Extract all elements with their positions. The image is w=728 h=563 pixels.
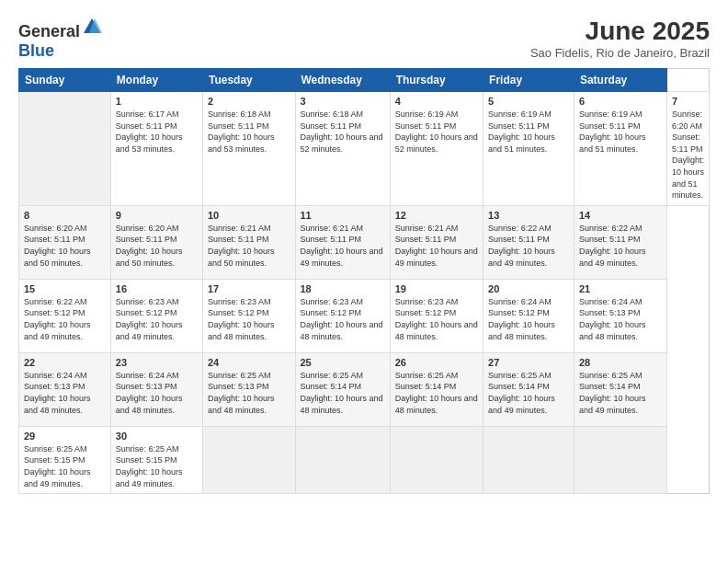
day-number: 9 <box>116 210 198 221</box>
table-row: 16Sunrise: 6:23 AMSunset: 5:12 PMDayligh… <box>110 279 202 352</box>
table-row: 19Sunrise: 6:23 AMSunset: 5:12 PMDayligh… <box>390 279 483 352</box>
header: General Blue June 2025 Sao Fidelis, Rio … <box>18 17 710 61</box>
day-number: 22 <box>24 357 106 368</box>
day-number: 5 <box>488 96 569 107</box>
day-info: Sunrise: 6:25 AMSunset: 5:14 PMDaylight:… <box>301 371 383 415</box>
day-number: 17 <box>208 283 290 294</box>
day-info: Sunrise: 6:23 AMSunset: 5:12 PMDaylight:… <box>116 297 183 341</box>
table-row: 12Sunrise: 6:21 AMSunset: 5:11 PMDayligh… <box>390 205 483 279</box>
table-row <box>295 426 390 493</box>
table-row <box>390 426 483 493</box>
day-info: Sunrise: 6:25 AMSunset: 5:14 PMDaylight:… <box>579 371 646 415</box>
day-number: 11 <box>301 210 385 221</box>
calendar-table: Sunday Monday Tuesday Wednesday Thursday… <box>18 68 710 494</box>
logo: General Blue <box>18 17 102 61</box>
table-row: 30Sunrise: 6:25 AMSunset: 5:15 PMDayligh… <box>110 426 202 493</box>
logo-general: General <box>18 22 80 40</box>
day-number: 4 <box>395 96 478 107</box>
table-row: 20Sunrise: 6:24 AMSunset: 5:12 PMDayligh… <box>483 279 574 352</box>
day-number: 18 <box>301 283 385 294</box>
table-row: 2Sunrise: 6:18 AMSunset: 5:11 PMDaylight… <box>203 92 296 206</box>
day-info: Sunrise: 6:24 AMSunset: 5:12 PMDaylight:… <box>488 297 555 341</box>
table-row: 23Sunrise: 6:24 AMSunset: 5:13 PMDayligh… <box>110 352 202 426</box>
day-number: 15 <box>24 283 106 294</box>
month-title: June 2025 <box>530 17 710 46</box>
day-number: 20 <box>488 283 569 294</box>
page: General Blue June 2025 Sao Fidelis, Rio … <box>0 0 728 563</box>
table-row: 21Sunrise: 6:24 AMSunset: 5:13 PMDayligh… <box>574 279 666 352</box>
day-number: 30 <box>116 431 198 442</box>
table-row: 11Sunrise: 6:21 AMSunset: 5:11 PMDayligh… <box>295 205 390 279</box>
table-row <box>483 426 574 493</box>
day-info: Sunrise: 6:20 AMSunset: 5:11 PMDaylight:… <box>24 224 91 268</box>
table-row: 28Sunrise: 6:25 AMSunset: 5:14 PMDayligh… <box>574 352 666 426</box>
col-friday: Friday <box>483 69 574 92</box>
table-row: 24Sunrise: 6:25 AMSunset: 5:13 PMDayligh… <box>203 352 296 426</box>
day-number: 3 <box>301 96 385 107</box>
day-number: 28 <box>579 357 662 368</box>
day-number: 8 <box>24 210 106 221</box>
day-number: 21 <box>579 283 662 294</box>
calendar-body: 1Sunrise: 6:17 AMSunset: 5:11 PMDaylight… <box>19 92 710 494</box>
title-area: June 2025 Sao Fidelis, Rio de Janeiro, B… <box>530 17 710 60</box>
table-row: 18Sunrise: 6:23 AMSunset: 5:12 PMDayligh… <box>295 279 390 352</box>
table-row: 10Sunrise: 6:21 AMSunset: 5:11 PMDayligh… <box>203 205 296 279</box>
day-info: Sunrise: 6:25 AMSunset: 5:13 PMDaylight:… <box>208 371 275 415</box>
table-row <box>19 92 111 206</box>
day-number: 1 <box>116 96 198 107</box>
table-row: 5Sunrise: 6:19 AMSunset: 5:11 PMDaylight… <box>483 92 574 206</box>
table-row: 29Sunrise: 6:25 AMSunset: 5:15 PMDayligh… <box>19 426 111 493</box>
day-number: 2 <box>208 96 290 107</box>
day-info: Sunrise: 6:20 AMSunset: 5:11 PMDaylight:… <box>116 224 183 268</box>
table-row: 4Sunrise: 6:19 AMSunset: 5:11 PMDaylight… <box>390 92 483 206</box>
day-number: 6 <box>579 96 662 107</box>
col-tuesday: Tuesday <box>203 69 296 92</box>
day-number: 23 <box>116 357 198 368</box>
day-number: 25 <box>301 357 385 368</box>
day-info: Sunrise: 6:17 AMSunset: 5:11 PMDaylight:… <box>116 109 183 154</box>
day-info: Sunrise: 6:19 AMSunset: 5:11 PMDaylight:… <box>579 109 646 154</box>
table-row: 22Sunrise: 6:24 AMSunset: 5:13 PMDayligh… <box>19 352 111 426</box>
logo-blue: Blue <box>18 41 54 60</box>
day-info: Sunrise: 6:22 AMSunset: 5:12 PMDaylight:… <box>24 297 91 341</box>
day-number: 12 <box>395 210 478 221</box>
day-info: Sunrise: 6:25 AMSunset: 5:14 PMDaylight:… <box>395 371 478 415</box>
col-saturday: Saturday <box>574 69 666 92</box>
day-info: Sunrise: 6:23 AMSunset: 5:12 PMDaylight:… <box>395 297 478 341</box>
day-number: 16 <box>116 283 198 294</box>
table-row: 6Sunrise: 6:19 AMSunset: 5:11 PMDaylight… <box>574 92 666 206</box>
day-info: Sunrise: 6:21 AMSunset: 5:11 PMDaylight:… <box>208 224 275 268</box>
table-row <box>203 426 296 493</box>
day-info: Sunrise: 6:20 AMSunset: 5:11 PMDaylight:… <box>672 109 704 200</box>
day-number: 10 <box>208 210 290 221</box>
day-number: 24 <box>208 357 290 368</box>
table-row: 25Sunrise: 6:25 AMSunset: 5:14 PMDayligh… <box>295 352 390 426</box>
table-row: 7Sunrise: 6:20 AMSunset: 5:11 PMDaylight… <box>666 92 709 206</box>
day-info: Sunrise: 6:22 AMSunset: 5:11 PMDaylight:… <box>488 224 555 268</box>
day-info: Sunrise: 6:23 AMSunset: 5:12 PMDaylight:… <box>208 297 275 341</box>
logo-icon <box>82 17 102 37</box>
day-info: Sunrise: 6:25 AMSunset: 5:14 PMDaylight:… <box>488 371 555 415</box>
col-thursday: Thursday <box>390 69 483 92</box>
day-info: Sunrise: 6:24 AMSunset: 5:13 PMDaylight:… <box>116 371 183 415</box>
day-number: 27 <box>488 357 569 368</box>
table-row: 15Sunrise: 6:22 AMSunset: 5:12 PMDayligh… <box>19 279 111 352</box>
day-info: Sunrise: 6:19 AMSunset: 5:11 PMDaylight:… <box>395 109 478 154</box>
day-info: Sunrise: 6:24 AMSunset: 5:13 PMDaylight:… <box>24 371 91 415</box>
table-row: 27Sunrise: 6:25 AMSunset: 5:14 PMDayligh… <box>483 352 574 426</box>
day-info: Sunrise: 6:24 AMSunset: 5:13 PMDaylight:… <box>579 297 646 341</box>
day-number: 29 <box>24 431 106 442</box>
table-row: 26Sunrise: 6:25 AMSunset: 5:14 PMDayligh… <box>390 352 483 426</box>
col-monday: Monday <box>110 69 202 92</box>
day-info: Sunrise: 6:22 AMSunset: 5:11 PMDaylight:… <box>579 224 646 268</box>
day-number: 19 <box>395 283 478 294</box>
day-info: Sunrise: 6:25 AMSunset: 5:15 PMDaylight:… <box>24 444 91 488</box>
header-row: Sunday Monday Tuesday Wednesday Thursday… <box>19 69 710 92</box>
day-info: Sunrise: 6:21 AMSunset: 5:11 PMDaylight:… <box>301 224 383 268</box>
col-sunday: Sunday <box>19 69 111 92</box>
table-row <box>574 426 666 493</box>
table-row: 17Sunrise: 6:23 AMSunset: 5:12 PMDayligh… <box>203 279 296 352</box>
day-info: Sunrise: 6:18 AMSunset: 5:11 PMDaylight:… <box>301 109 383 154</box>
day-number: 14 <box>579 210 662 221</box>
day-info: Sunrise: 6:25 AMSunset: 5:15 PMDaylight:… <box>116 444 183 488</box>
